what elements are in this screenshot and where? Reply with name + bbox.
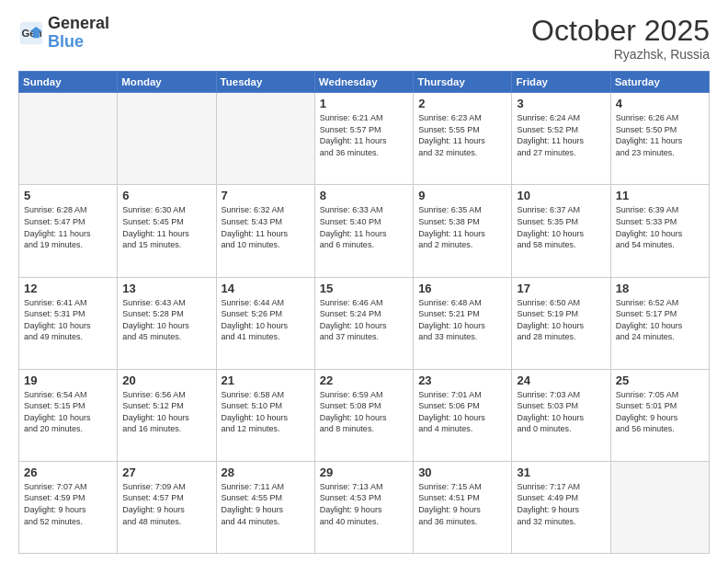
calendar-cell: 5Sunrise: 6:28 AM Sunset: 5:47 PM Daylig… [19,185,118,277]
calendar-cell: 18Sunrise: 6:52 AM Sunset: 5:17 PM Dayli… [610,277,709,369]
calendar-cell: 25Sunrise: 7:05 AM Sunset: 5:01 PM Dayli… [610,369,709,461]
day-info: Sunrise: 6:26 AM Sunset: 5:50 PM Dayligh… [616,112,704,158]
day-number: 23 [418,373,506,387]
day-number: 21 [222,373,310,387]
calendar-cell: 9Sunrise: 6:35 AM Sunset: 5:38 PM Daylig… [414,185,512,277]
day-number: 24 [517,373,605,387]
day-number: 5 [24,189,112,202]
calendar-cell: 14Sunrise: 6:44 AM Sunset: 5:26 PM Dayli… [216,277,314,369]
calendar-cell: 1Sunrise: 6:21 AM Sunset: 5:57 PM Daylig… [314,93,413,185]
title-area: October 2025 Ryazhsk, Russia [531,15,710,62]
day-number: 3 [517,97,605,110]
day-number: 1 [320,97,408,110]
day-number: 11 [616,189,704,202]
day-info: Sunrise: 7:05 AM Sunset: 5:01 PM Dayligh… [616,389,704,435]
day-info: Sunrise: 6:41 AM Sunset: 5:31 PM Dayligh… [24,297,112,343]
calendar-cell: 15Sunrise: 6:46 AM Sunset: 5:24 PM Dayli… [314,277,413,369]
day-info: Sunrise: 7:11 AM Sunset: 4:55 PM Dayligh… [222,481,310,527]
day-number: 20 [122,373,210,387]
calendar-cell [216,93,314,185]
logo-line1: General [48,15,109,33]
day-info: Sunrise: 6:44 AM Sunset: 5:26 PM Dayligh… [222,297,310,343]
day-info: Sunrise: 6:30 AM Sunset: 5:45 PM Dayligh… [122,204,210,250]
day-number: 29 [320,465,408,479]
day-info: Sunrise: 7:07 AM Sunset: 4:59 PM Dayligh… [24,481,112,527]
calendar-cell: 26Sunrise: 7:07 AM Sunset: 4:59 PM Dayli… [19,461,118,553]
day-number: 28 [222,465,310,479]
calendar-cell: 28Sunrise: 7:11 AM Sunset: 4:55 PM Dayli… [216,461,314,553]
day-number: 16 [418,282,506,295]
day-info: Sunrise: 6:23 AM Sunset: 5:55 PM Dayligh… [418,112,506,158]
day-number: 12 [24,282,112,295]
day-info: Sunrise: 6:21 AM Sunset: 5:57 PM Dayligh… [320,112,408,158]
day-info: Sunrise: 6:28 AM Sunset: 5:47 PM Dayligh… [24,204,112,250]
day-info: Sunrise: 6:52 AM Sunset: 5:17 PM Dayligh… [616,297,704,343]
calendar-cell: 16Sunrise: 6:48 AM Sunset: 5:21 PM Dayli… [414,277,512,369]
weekday-header-friday: Friday [512,72,610,93]
week-row-4: 26Sunrise: 7:07 AM Sunset: 4:59 PM Dayli… [19,461,710,553]
week-row-2: 12Sunrise: 6:41 AM Sunset: 5:31 PM Dayli… [19,277,710,369]
day-info: Sunrise: 7:09 AM Sunset: 4:57 PM Dayligh… [122,481,210,527]
calendar-cell: 2Sunrise: 6:23 AM Sunset: 5:55 PM Daylig… [414,93,512,185]
calendar-cell: 17Sunrise: 6:50 AM Sunset: 5:19 PM Dayli… [512,277,610,369]
calendar-cell: 11Sunrise: 6:39 AM Sunset: 5:33 PM Dayli… [610,185,709,277]
calendar-cell: 21Sunrise: 6:58 AM Sunset: 5:10 PM Dayli… [216,369,314,461]
calendar-cell: 10Sunrise: 6:37 AM Sunset: 5:35 PM Dayli… [512,185,610,277]
calendar-cell: 27Sunrise: 7:09 AM Sunset: 4:57 PM Dayli… [118,461,216,553]
day-number: 7 [222,189,310,202]
calendar-cell: 29Sunrise: 7:13 AM Sunset: 4:53 PM Dayli… [314,461,413,553]
logo-line2: Blue [48,33,109,52]
day-info: Sunrise: 6:24 AM Sunset: 5:52 PM Dayligh… [517,112,605,158]
day-info: Sunrise: 6:33 AM Sunset: 5:40 PM Dayligh… [320,204,408,250]
week-row-1: 5Sunrise: 6:28 AM Sunset: 5:47 PM Daylig… [19,185,710,277]
weekday-header-saturday: Saturday [610,72,709,93]
calendar-cell [610,461,709,553]
week-row-0: 1Sunrise: 6:21 AM Sunset: 5:57 PM Daylig… [19,93,710,185]
day-number: 30 [418,465,506,479]
calendar-cell [118,93,216,185]
day-number: 4 [616,97,704,110]
day-number: 15 [320,282,408,295]
calendar-cell: 13Sunrise: 6:43 AM Sunset: 5:28 PM Dayli… [118,277,216,369]
day-number: 25 [616,373,704,387]
weekday-header-tuesday: Tuesday [216,72,314,93]
calendar-cell: 23Sunrise: 7:01 AM Sunset: 5:06 PM Dayli… [414,369,512,461]
calendar-cell: 4Sunrise: 6:26 AM Sunset: 5:50 PM Daylig… [610,93,709,185]
calendar-cell: 3Sunrise: 6:24 AM Sunset: 5:52 PM Daylig… [512,93,610,185]
calendar-cell: 31Sunrise: 7:17 AM Sunset: 4:49 PM Dayli… [512,461,610,553]
day-info: Sunrise: 6:58 AM Sunset: 5:10 PM Dayligh… [222,389,310,435]
day-info: Sunrise: 7:13 AM Sunset: 4:53 PM Dayligh… [320,481,408,527]
day-number: 9 [418,189,506,202]
month-title: October 2025 [531,15,710,47]
day-info: Sunrise: 6:54 AM Sunset: 5:15 PM Dayligh… [24,389,112,435]
day-number: 6 [122,189,210,202]
day-info: Sunrise: 7:03 AM Sunset: 5:03 PM Dayligh… [517,389,605,435]
day-number: 19 [24,373,112,387]
logo-text: General Blue [48,15,109,52]
day-number: 14 [222,282,310,295]
calendar-cell: 12Sunrise: 6:41 AM Sunset: 5:31 PM Dayli… [19,277,118,369]
weekday-header-monday: Monday [118,72,216,93]
weekday-header-sunday: Sunday [19,72,118,93]
day-number: 18 [616,282,704,295]
day-number: 17 [517,282,605,295]
day-number: 26 [24,465,112,479]
calendar-cell: 8Sunrise: 6:33 AM Sunset: 5:40 PM Daylig… [314,185,413,277]
calendar-cell: 7Sunrise: 6:32 AM Sunset: 5:43 PM Daylig… [216,185,314,277]
header: Gen General Blue October 2025 Ryazhsk, R… [18,15,710,62]
day-info: Sunrise: 6:56 AM Sunset: 5:12 PM Dayligh… [122,389,210,435]
calendar-cell: 6Sunrise: 6:30 AM Sunset: 5:45 PM Daylig… [118,185,216,277]
calendar-cell: 22Sunrise: 6:59 AM Sunset: 5:08 PM Dayli… [314,369,413,461]
weekday-header-row: SundayMondayTuesdayWednesdayThursdayFrid… [19,72,710,93]
week-row-3: 19Sunrise: 6:54 AM Sunset: 5:15 PM Dayli… [19,369,710,461]
weekday-header-wednesday: Wednesday [314,72,413,93]
day-info: Sunrise: 6:43 AM Sunset: 5:28 PM Dayligh… [122,297,210,343]
day-info: Sunrise: 6:37 AM Sunset: 5:35 PM Dayligh… [517,204,605,250]
day-number: 13 [122,282,210,295]
day-info: Sunrise: 6:32 AM Sunset: 5:43 PM Dayligh… [222,204,310,250]
calendar-cell: 30Sunrise: 7:15 AM Sunset: 4:51 PM Dayli… [414,461,512,553]
day-info: Sunrise: 7:17 AM Sunset: 4:49 PM Dayligh… [517,481,605,527]
day-number: 2 [418,97,506,110]
day-info: Sunrise: 7:15 AM Sunset: 4:51 PM Dayligh… [418,481,506,527]
calendar-cell: 24Sunrise: 7:03 AM Sunset: 5:03 PM Dayli… [512,369,610,461]
